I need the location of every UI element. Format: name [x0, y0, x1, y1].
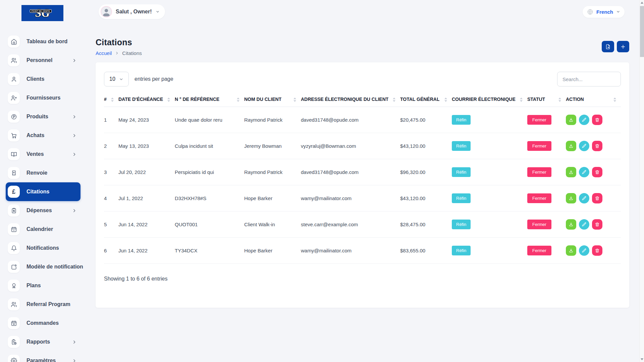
sidebar-item-renvoie[interactable]: Renvoie: [0, 164, 87, 182]
search-input[interactable]: [557, 72, 621, 86]
scrollbar-up-arrow-icon[interactable]: [640, 0, 644, 5]
trash-icon: [595, 248, 600, 253]
download-button[interactable]: [566, 141, 576, 151]
scrollbar-down-arrow-icon[interactable]: [640, 357, 644, 362]
column-header-label: #: [104, 97, 107, 102]
column-header-courrier-electronique[interactable]: COURRIER ÉLECTRONIQUE: [452, 95, 527, 107]
pencil-icon: [582, 170, 587, 175]
status-badge[interactable]: Fermer: [527, 115, 551, 125]
download-icon: [569, 222, 574, 227]
sidebar-item-fournisseurs[interactable]: Fournisseurs: [0, 88, 87, 107]
sidebar-item-parametres[interactable]: Paramètres: [0, 351, 87, 362]
sidebar-item-tableau-de-bord[interactable]: Tableau de bord: [0, 32, 87, 51]
email-status-badge[interactable]: Réfin: [452, 220, 471, 229]
column-header-adresse-electronique-du-client[interactable]: ADRESSE ÉLECTRONIQUE DU CLIENT: [301, 95, 400, 107]
sort-icon: [520, 97, 523, 102]
column-header-[interactable]: #: [104, 95, 118, 107]
download-button[interactable]: [566, 115, 576, 125]
column-header-action[interactable]: ACTION: [566, 95, 621, 107]
sidebar-item-rapports[interactable]: Rapports: [0, 333, 87, 351]
gear-icon: [8, 355, 20, 362]
download-button[interactable]: [566, 219, 576, 230]
column-header-statut[interactable]: STATUT: [527, 95, 566, 107]
pound-icon: £: [8, 186, 20, 198]
book-open-icon: [8, 148, 20, 160]
edit-button[interactable]: [579, 219, 589, 230]
download-icon: [569, 117, 574, 122]
status-badge[interactable]: Fermer: [527, 193, 551, 203]
delete-button[interactable]: [592, 167, 602, 177]
delete-button[interactable]: [592, 141, 602, 151]
status-badge[interactable]: Fermer: [527, 220, 551, 229]
sidebar-item-achats[interactable]: Achats: [0, 126, 87, 145]
cell-reference: Perspiciatis id qui: [175, 159, 244, 185]
download-button[interactable]: [566, 193, 576, 203]
column-header-nom-du-client[interactable]: NOM DU CLIENT: [244, 95, 301, 107]
sidebar-item-calendrier[interactable]: Calendrier: [0, 220, 87, 239]
sort-icon: [444, 97, 447, 102]
page-toolbar: [602, 41, 629, 56]
delete-button[interactable]: [592, 193, 602, 203]
trash-icon: [595, 170, 600, 175]
row-actions: [566, 167, 618, 177]
trash-icon: [595, 117, 600, 122]
language-selector[interactable]: French: [583, 6, 625, 18]
cell-index: 4: [104, 185, 118, 212]
delete-button[interactable]: [592, 115, 602, 125]
page-size-select[interactable]: 10: [104, 72, 129, 86]
sidebar-item-ventes[interactable]: Ventes: [0, 145, 87, 164]
email-status-badge[interactable]: Réfin: [452, 193, 471, 203]
cell-client-name: Hope Barker: [244, 185, 301, 212]
status-badge[interactable]: Fermer: [527, 246, 551, 255]
download-button[interactable]: [566, 167, 576, 177]
table-summary: Showing 1 to 6 of 6 entries: [104, 264, 621, 282]
sidebar-item-commandes[interactable]: Commandes: [0, 314, 87, 333]
sidebar-item-personnel[interactable]: Personnel: [0, 51, 87, 70]
breadcrumb-home-link[interactable]: Accueil: [96, 50, 112, 56]
column-header-n-de-reference[interactable]: N ° DE RÉFÉRENCE: [175, 95, 244, 107]
sidebar-item-citations[interactable]: £ Citations: [6, 182, 80, 201]
sidebar-item-produits[interactable]: Produits: [0, 107, 87, 126]
scrollbar-thumb[interactable]: [640, 6, 644, 57]
sidebar-item-label: Renvoie: [26, 170, 47, 176]
delete-button[interactable]: [592, 245, 602, 256]
download-button[interactable]: [566, 245, 576, 256]
export-button[interactable]: [602, 41, 614, 52]
edit-button[interactable]: [579, 193, 589, 203]
brand-logo[interactable]: SG POINT DE VENTE: [21, 5, 63, 21]
cell-client-email: daved31748@opude.com: [301, 159, 400, 185]
cell-client-name: Client Walk-in: [244, 212, 301, 238]
sidebar-item-referral-program[interactable]: Referral Program: [0, 295, 87, 314]
clipboard-dollar-icon: [8, 204, 20, 217]
sort-icon: [393, 97, 395, 102]
page-scrollbar[interactable]: [639, 0, 644, 362]
sidebar-item-modele-de-notification[interactable]: Modèle de notification: [0, 257, 87, 276]
email-status-badge[interactable]: Réfin: [452, 141, 471, 151]
cell-client-email: wamy@mailinator.com: [301, 238, 400, 264]
user-menu[interactable]: Salut , Owner!: [99, 4, 165, 19]
column-header-date-d-echeance[interactable]: DATE D'ÉCHÉANCE: [118, 95, 175, 107]
email-status-badge[interactable]: Réfin: [452, 115, 471, 125]
edit-button[interactable]: [579, 167, 589, 177]
add-button[interactable]: [617, 41, 629, 52]
email-status-badge[interactable]: Réfin: [452, 246, 471, 255]
sidebar-item-label: Citations: [26, 189, 49, 195]
column-header-total-general[interactable]: TOTAL GÉNÉRAL: [400, 95, 452, 107]
cell-due-date: Jul 20, 2022: [118, 159, 175, 185]
sidebar-item-plans[interactable]: Plans: [0, 276, 87, 295]
edit-button[interactable]: [579, 141, 589, 151]
sidebar-item-notifications[interactable]: Notifications: [0, 239, 87, 257]
edit-button[interactable]: [579, 245, 589, 256]
edit-button[interactable]: [579, 115, 589, 125]
plus-icon: [620, 44, 626, 50]
pencil-icon: [582, 143, 587, 148]
breadcrumb: Accueil Citations: [96, 50, 142, 56]
status-badge[interactable]: Fermer: [527, 141, 551, 151]
email-status-badge[interactable]: Réfin: [452, 167, 471, 177]
status-badge[interactable]: Fermer: [527, 167, 551, 177]
delete-button[interactable]: [592, 219, 602, 230]
chevron-right-icon: [72, 115, 76, 119]
sidebar-item-depenses[interactable]: Dépenses: [0, 201, 87, 220]
sidebar-item-clients[interactable]: Clients: [0, 70, 87, 88]
clipboard-clock-icon: [8, 336, 20, 348]
